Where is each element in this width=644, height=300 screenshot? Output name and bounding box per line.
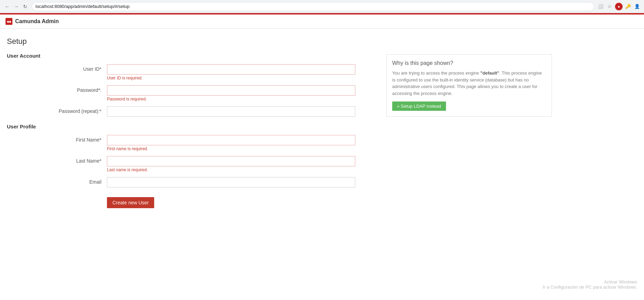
email-input[interactable] xyxy=(107,177,355,187)
address-bar[interactable]: localhost:8080/app/admin/default/setup/#… xyxy=(32,2,594,11)
main-content: Setup User Account User ID* User ID is r… xyxy=(0,29,644,216)
user-id-input[interactable] xyxy=(107,64,355,75)
first-name-input-wrap: First name is required. xyxy=(107,135,355,151)
user-id-error: User ID is required. xyxy=(107,76,355,80)
user-account-heading: User Account xyxy=(7,53,379,59)
first-name-error: First name is required. xyxy=(107,146,355,151)
nav-buttons: ← → ↻ xyxy=(3,3,29,10)
password-label: Password*: xyxy=(7,85,107,93)
password-repeat-input-wrap xyxy=(107,106,355,117)
last-name-error: Last name is required. xyxy=(107,167,355,172)
email-group: Email xyxy=(7,177,379,187)
browser-chrome: ← → ↻ localhost:8080/app/admin/default/s… xyxy=(0,0,644,13)
password-repeat-label: Password (repeat):* xyxy=(7,106,107,114)
engine-name: "default" xyxy=(480,70,499,76)
first-name-label: First Name* xyxy=(7,135,107,143)
back-button[interactable]: ← xyxy=(3,3,11,10)
first-name-group: First Name* First name is required. xyxy=(7,135,379,151)
setup-ldap-button[interactable]: » Setup LDAP instead xyxy=(392,101,446,111)
password-input[interactable] xyxy=(107,85,355,96)
password-repeat-group: Password (repeat):* xyxy=(7,106,379,117)
user-id-group: User ID* User ID is required. xyxy=(7,64,379,80)
app-title: Camunda Admin xyxy=(15,18,59,25)
avatar-icon[interactable]: 👤 xyxy=(634,3,641,10)
user-profile-section: User Profile First Name* First name is r… xyxy=(7,124,379,187)
email-label: Email xyxy=(7,177,107,185)
info-panel-title: Why is this page shown? xyxy=(392,60,546,66)
password-repeat-input[interactable] xyxy=(107,106,355,117)
first-name-input[interactable] xyxy=(107,135,355,145)
page-title: Setup xyxy=(7,37,379,46)
form-section: Setup User Account User ID* User ID is r… xyxy=(7,37,379,208)
reload-button[interactable]: ↻ xyxy=(21,3,29,10)
user-profile-heading: User Profile xyxy=(7,124,379,129)
password-input-wrap: Password is required. xyxy=(107,85,355,101)
last-name-label: Last Name* xyxy=(7,156,107,164)
info-panel-text: You are trying to access the process eng… xyxy=(392,70,546,97)
info-text-part1: You are trying to access the process eng… xyxy=(392,70,480,76)
password-error: Password is required. xyxy=(107,97,355,101)
user-account-section: User Account User ID* User ID is require… xyxy=(7,53,379,117)
key-icon[interactable]: 🔑 xyxy=(625,3,632,10)
camunda-logo-icon: ■■ xyxy=(6,18,12,25)
last-name-input-wrap: Last name is required. xyxy=(107,156,355,172)
last-name-group: Last Name* Last name is required. xyxy=(7,156,379,172)
password-group: Password*: Password is required. xyxy=(7,85,379,101)
user-id-input-wrap: User ID is required. xyxy=(107,64,355,80)
app-logo: ■■ Camunda Admin xyxy=(6,18,59,25)
info-panel: Why is this page shown? You are trying t… xyxy=(386,54,552,117)
create-user-button[interactable]: Create new User xyxy=(107,197,154,208)
url-text: localhost:8080/app/admin/default/setup/#… xyxy=(36,4,129,9)
email-input-wrap xyxy=(107,177,355,187)
profile-icon[interactable]: ● xyxy=(615,3,623,10)
user-id-label: User ID* xyxy=(7,64,107,72)
forward-button[interactable]: → xyxy=(12,3,20,10)
cast-icon[interactable]: ⬜ xyxy=(597,3,604,10)
browser-actions: ⬜ ☆ ● 🔑 👤 xyxy=(597,3,641,10)
bookmark-icon[interactable]: ☆ xyxy=(606,3,613,10)
last-name-input[interactable] xyxy=(107,156,355,166)
app-header: ■■ Camunda Admin xyxy=(0,14,644,29)
